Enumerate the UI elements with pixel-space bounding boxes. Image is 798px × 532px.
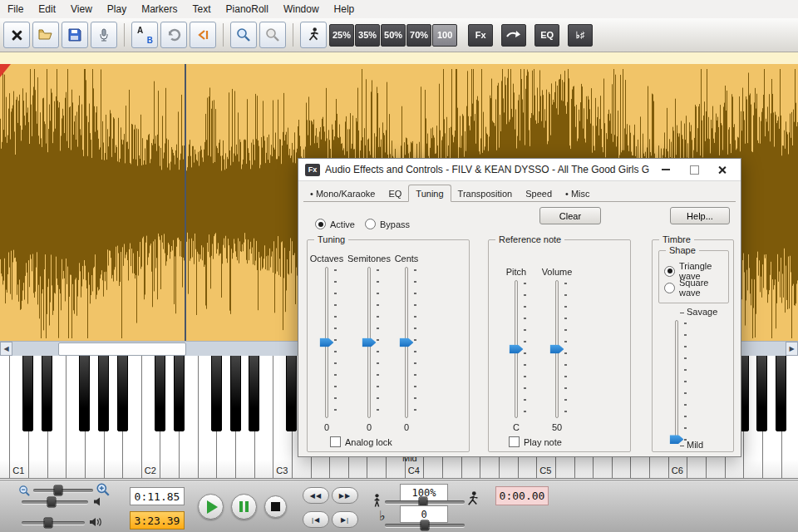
maximize-button[interactable] bbox=[682, 162, 706, 177]
rewind-to-start-button[interactable] bbox=[190, 22, 216, 48]
monitor-volume-thumb[interactable] bbox=[43, 518, 52, 529]
zoom-slider-thumb[interactable] bbox=[54, 485, 63, 496]
record-button[interactable] bbox=[91, 22, 117, 48]
close-file-button[interactable] bbox=[3, 22, 30, 48]
save-button[interactable] bbox=[62, 22, 88, 48]
slider-thumb[interactable] bbox=[510, 345, 524, 354]
fx-button[interactable]: Fx bbox=[468, 24, 493, 47]
skip-to-end-button[interactable]: ▶| bbox=[332, 511, 358, 528]
pause-button[interactable] bbox=[231, 494, 257, 520]
menu-item-view[interactable]: View bbox=[63, 3, 100, 15]
zoom-level-100[interactable]: 100 bbox=[432, 24, 457, 47]
slider-track[interactable] bbox=[357, 267, 382, 418]
slider-track[interactable] bbox=[394, 267, 419, 418]
menu-item-play[interactable]: Play bbox=[100, 3, 134, 15]
radio-label: Square wave bbox=[679, 278, 728, 298]
black-key-as6[interactable] bbox=[776, 355, 786, 431]
zoom-level-25[interactable]: 25% bbox=[329, 24, 354, 47]
ab-compare-button[interactable]: A B bbox=[131, 22, 158, 48]
black-key-gs2[interactable] bbox=[230, 355, 241, 431]
black-key-ds1[interactable] bbox=[42, 355, 52, 431]
menu-item-help[interactable]: Help bbox=[327, 3, 362, 15]
tab-eq[interactable]: EQ bbox=[382, 185, 408, 201]
slider-thumb[interactable] bbox=[320, 338, 334, 347]
tempo-tool-button[interactable] bbox=[300, 22, 327, 48]
tab-monokaraoke[interactable]: • Mono/Karaoke bbox=[303, 185, 382, 201]
radio-square-wave[interactable]: Square wave bbox=[664, 278, 728, 298]
stop-button[interactable] bbox=[264, 495, 287, 518]
tab-speed[interactable]: Speed bbox=[519, 185, 559, 201]
zoom-slider[interactable] bbox=[33, 489, 93, 492]
pitch-slider[interactable] bbox=[385, 524, 465, 527]
start-marker-icon[interactable] bbox=[0, 64, 11, 77]
black-key-cs1[interactable] bbox=[22, 355, 33, 431]
play-button[interactable] bbox=[198, 494, 224, 520]
clear-button[interactable]: Clear bbox=[539, 207, 601, 224]
zoom-in-button[interactable] bbox=[230, 22, 257, 48]
slider-value: 0 bbox=[324, 422, 329, 434]
tab-transposition[interactable]: Transposition bbox=[451, 185, 520, 201]
black-key-cs2[interactable] bbox=[155, 355, 165, 431]
dialog-title-bar[interactable]: Fx Audio Effects and Controls - FILV & K… bbox=[298, 159, 741, 181]
monitor-volume-slider[interactable] bbox=[22, 521, 85, 525]
timeline-ruler[interactable] bbox=[0, 52, 798, 65]
play-note-checkbox[interactable]: Play note bbox=[509, 436, 562, 447]
tab-tuning[interactable]: Tuning bbox=[408, 185, 451, 202]
black-key-cs3[interactable] bbox=[286, 355, 297, 431]
slider-thumb[interactable] bbox=[550, 345, 564, 354]
volume-slider-thumb[interactable] bbox=[47, 497, 57, 508]
zoom-level-50[interactable]: 50% bbox=[381, 24, 406, 47]
zoom-in-icon[interactable] bbox=[96, 482, 111, 497]
radio-bypass[interactable]: Bypass bbox=[365, 219, 410, 229]
help-button[interactable]: Help... bbox=[670, 207, 730, 224]
speed-slider[interactable] bbox=[385, 500, 465, 504]
close-dialog-button[interactable] bbox=[711, 162, 734, 177]
eq-button[interactable]: EQ bbox=[534, 24, 559, 47]
black-key-ds2[interactable] bbox=[174, 355, 185, 431]
slider-thumb[interactable] bbox=[362, 338, 377, 347]
key-label: C6 bbox=[672, 466, 683, 475]
fast-forward-button[interactable]: ▶▶ bbox=[332, 487, 358, 504]
radio-active[interactable]: Active bbox=[315, 219, 355, 229]
scroll-right-arrow[interactable]: ▶ bbox=[786, 342, 798, 356]
scrollbar-thumb[interactable] bbox=[58, 342, 186, 356]
slider-cents: Cents0 bbox=[383, 254, 430, 434]
black-key-gs6[interactable] bbox=[756, 355, 767, 431]
minimize-button[interactable] bbox=[654, 162, 677, 177]
zoom-out-icon[interactable] bbox=[18, 485, 31, 497]
analog-lock-checkbox[interactable]: Analog lock bbox=[330, 436, 392, 447]
menu-item-markers[interactable]: Markers bbox=[134, 3, 185, 15]
zoom-level-70[interactable]: 70% bbox=[406, 24, 431, 47]
menu-item-edit[interactable]: Edit bbox=[31, 3, 63, 15]
zoom-level-35[interactable]: 35% bbox=[355, 24, 380, 47]
slider-track[interactable] bbox=[504, 280, 529, 418]
black-key-as2[interactable] bbox=[249, 355, 259, 431]
black-key-fs2[interactable] bbox=[211, 355, 222, 431]
slider-label: Octaves bbox=[310, 254, 343, 267]
volume-slider[interactable] bbox=[22, 500, 88, 504]
scroll-left-arrow[interactable]: ◀ bbox=[0, 342, 12, 356]
black-key-gs1[interactable] bbox=[98, 355, 109, 431]
timbre-slider-track[interactable] bbox=[664, 320, 689, 443]
black-key-fs1[interactable] bbox=[79, 355, 90, 431]
pitch-slider-thumb[interactable] bbox=[421, 520, 430, 531]
slider-track[interactable] bbox=[544, 280, 569, 418]
accidentals-button[interactable]: ♭♯ bbox=[568, 24, 593, 47]
menu-item-text[interactable]: Text bbox=[185, 3, 219, 15]
slider-thumb[interactable] bbox=[400, 338, 414, 347]
slider-label: Volume bbox=[542, 267, 573, 280]
menu-item-pianoroll[interactable]: PianoRoll bbox=[219, 3, 276, 15]
goto-button[interactable] bbox=[501, 24, 526, 47]
undo-button[interactable] bbox=[160, 22, 187, 48]
slider-track[interactable] bbox=[314, 267, 339, 418]
black-key-as1[interactable] bbox=[117, 355, 128, 431]
tab-misc[interactable]: • Misc bbox=[559, 185, 597, 201]
zoom-selection-button[interactable] bbox=[259, 22, 286, 48]
menu-item-file[interactable]: File bbox=[0, 3, 31, 15]
skip-to-start-button[interactable]: |◀ bbox=[303, 511, 329, 528]
rewind-button[interactable]: ◀◀ bbox=[303, 487, 329, 504]
slider-value: 0 bbox=[404, 422, 409, 434]
open-file-button[interactable] bbox=[32, 22, 59, 48]
analog-lock-label: Analog lock bbox=[345, 437, 392, 447]
menu-item-window[interactable]: Window bbox=[276, 3, 327, 15]
